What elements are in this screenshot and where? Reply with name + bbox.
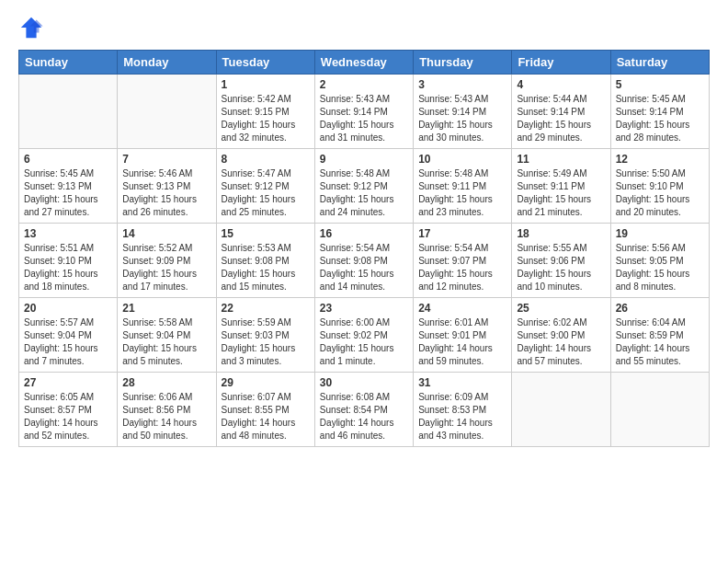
calendar-cell: 16Sunrise: 5:54 AMSunset: 9:08 PMDayligh… bbox=[314, 224, 413, 298]
day-number: 16 bbox=[320, 227, 408, 240]
day-number: 21 bbox=[122, 302, 210, 315]
logo-icon bbox=[18, 15, 44, 40]
header bbox=[18, 15, 710, 40]
day-number: 12 bbox=[616, 153, 704, 166]
day-number: 24 bbox=[418, 302, 506, 315]
day-number: 15 bbox=[222, 227, 310, 240]
day-info: Sunrise: 5:48 AMSunset: 9:12 PMDaylight:… bbox=[320, 167, 408, 219]
day-number: 20 bbox=[24, 302, 112, 315]
day-info: Sunrise: 5:58 AMSunset: 9:04 PMDaylight:… bbox=[122, 316, 210, 368]
weekday-header-sunday: Sunday bbox=[19, 51, 118, 75]
calendar-cell: 7Sunrise: 5:46 AMSunset: 9:13 PMDaylight… bbox=[118, 149, 216, 224]
day-info: Sunrise: 6:09 AMSunset: 8:53 PMDaylight:… bbox=[418, 391, 506, 442]
calendar-cell: 18Sunrise: 5:55 AMSunset: 9:06 PMDayligh… bbox=[512, 224, 610, 298]
day-info: Sunrise: 5:55 AMSunset: 9:06 PMDaylight:… bbox=[517, 242, 605, 293]
day-info: Sunrise: 6:00 AMSunset: 9:02 PMDaylight:… bbox=[320, 316, 408, 368]
calendar-cell: 12Sunrise: 5:50 AMSunset: 9:10 PMDayligh… bbox=[610, 149, 709, 224]
day-number: 31 bbox=[418, 376, 506, 389]
day-info: Sunrise: 6:06 AMSunset: 8:56 PMDaylight:… bbox=[122, 391, 210, 442]
day-info: Sunrise: 5:47 AMSunset: 9:12 PMDaylight:… bbox=[222, 167, 310, 219]
calendar-cell: 19Sunrise: 5:56 AMSunset: 9:05 PMDayligh… bbox=[610, 224, 709, 298]
calendar-cell: 15Sunrise: 5:53 AMSunset: 9:08 PMDayligh… bbox=[216, 224, 314, 298]
calendar-week-1: 1Sunrise: 5:42 AMSunset: 9:15 PMDaylight… bbox=[19, 75, 710, 149]
day-info: Sunrise: 5:50 AMSunset: 9:10 PMDaylight:… bbox=[616, 167, 704, 219]
calendar-week-5: 27Sunrise: 6:05 AMSunset: 8:57 PMDayligh… bbox=[19, 373, 710, 447]
day-number: 19 bbox=[616, 227, 704, 240]
day-number: 5 bbox=[616, 78, 704, 91]
day-number: 30 bbox=[320, 376, 408, 389]
day-info: Sunrise: 5:42 AMSunset: 9:15 PMDaylight:… bbox=[222, 93, 310, 144]
day-number: 26 bbox=[616, 302, 704, 315]
calendar-cell: 23Sunrise: 6:00 AMSunset: 9:02 PMDayligh… bbox=[314, 298, 413, 373]
calendar-cell: 24Sunrise: 6:01 AMSunset: 9:01 PMDayligh… bbox=[414, 298, 512, 373]
day-info: Sunrise: 5:49 AMSunset: 9:11 PMDaylight:… bbox=[517, 167, 605, 219]
calendar-cell: 22Sunrise: 5:59 AMSunset: 9:03 PMDayligh… bbox=[216, 298, 314, 373]
day-number: 25 bbox=[517, 302, 605, 315]
day-info: Sunrise: 5:45 AMSunset: 9:14 PMDaylight:… bbox=[616, 93, 704, 144]
day-info: Sunrise: 5:52 AMSunset: 9:09 PMDaylight:… bbox=[122, 242, 210, 293]
calendar-cell: 26Sunrise: 6:04 AMSunset: 8:59 PMDayligh… bbox=[610, 298, 709, 373]
day-number: 7 bbox=[122, 153, 210, 166]
day-info: Sunrise: 6:05 AMSunset: 8:57 PMDaylight:… bbox=[24, 391, 112, 442]
calendar-cell: 27Sunrise: 6:05 AMSunset: 8:57 PMDayligh… bbox=[19, 373, 118, 447]
calendar-cell: 25Sunrise: 6:02 AMSunset: 9:00 PMDayligh… bbox=[512, 298, 610, 373]
day-number: 14 bbox=[122, 227, 210, 240]
calendar-table: SundayMondayTuesdayWednesdayThursdayFrid… bbox=[18, 50, 710, 447]
day-number: 13 bbox=[24, 227, 112, 240]
day-info: Sunrise: 5:54 AMSunset: 9:08 PMDaylight:… bbox=[320, 242, 408, 293]
calendar-cell: 2Sunrise: 5:43 AMSunset: 9:14 PMDaylight… bbox=[314, 75, 413, 149]
calendar-cell bbox=[118, 75, 216, 149]
day-number: 10 bbox=[418, 153, 506, 166]
day-info: Sunrise: 5:48 AMSunset: 9:11 PMDaylight:… bbox=[418, 167, 506, 219]
day-info: Sunrise: 6:07 AMSunset: 8:55 PMDaylight:… bbox=[222, 391, 310, 442]
calendar-cell: 21Sunrise: 5:58 AMSunset: 9:04 PMDayligh… bbox=[118, 298, 216, 373]
day-info: Sunrise: 6:02 AMSunset: 9:00 PMDaylight:… bbox=[517, 316, 605, 368]
calendar-cell: 14Sunrise: 5:52 AMSunset: 9:09 PMDayligh… bbox=[118, 224, 216, 298]
calendar-cell: 28Sunrise: 6:06 AMSunset: 8:56 PMDayligh… bbox=[118, 373, 216, 447]
calendar-cell: 1Sunrise: 5:42 AMSunset: 9:15 PMDaylight… bbox=[216, 75, 314, 149]
calendar-week-3: 13Sunrise: 5:51 AMSunset: 9:10 PMDayligh… bbox=[19, 224, 710, 298]
calendar-cell bbox=[19, 75, 118, 149]
day-number: 11 bbox=[517, 153, 605, 166]
calendar-cell: 10Sunrise: 5:48 AMSunset: 9:11 PMDayligh… bbox=[414, 149, 512, 224]
calendar-week-2: 6Sunrise: 5:45 AMSunset: 9:13 PMDaylight… bbox=[19, 149, 710, 224]
day-info: Sunrise: 5:45 AMSunset: 9:13 PMDaylight:… bbox=[24, 167, 112, 219]
day-info: Sunrise: 6:01 AMSunset: 9:01 PMDaylight:… bbox=[418, 316, 506, 368]
calendar-cell: 5Sunrise: 5:45 AMSunset: 9:14 PMDaylight… bbox=[610, 75, 709, 149]
day-number: 29 bbox=[222, 376, 310, 389]
day-number: 18 bbox=[517, 227, 605, 240]
day-info: Sunrise: 5:44 AMSunset: 9:14 PMDaylight:… bbox=[517, 93, 605, 144]
calendar-week-4: 20Sunrise: 5:57 AMSunset: 9:04 PMDayligh… bbox=[19, 298, 710, 373]
day-info: Sunrise: 6:08 AMSunset: 8:54 PMDaylight:… bbox=[320, 391, 408, 442]
day-number: 1 bbox=[222, 78, 310, 91]
calendar-cell: 31Sunrise: 6:09 AMSunset: 8:53 PMDayligh… bbox=[414, 373, 512, 447]
weekday-header-friday: Friday bbox=[512, 51, 610, 75]
calendar-cell: 13Sunrise: 5:51 AMSunset: 9:10 PMDayligh… bbox=[19, 224, 118, 298]
day-number: 4 bbox=[517, 78, 605, 91]
day-info: Sunrise: 5:54 AMSunset: 9:07 PMDaylight:… bbox=[418, 242, 506, 293]
day-info: Sunrise: 5:56 AMSunset: 9:05 PMDaylight:… bbox=[616, 242, 704, 293]
day-info: Sunrise: 6:04 AMSunset: 8:59 PMDaylight:… bbox=[616, 316, 704, 368]
day-number: 27 bbox=[24, 376, 112, 389]
calendar-cell: 4Sunrise: 5:44 AMSunset: 9:14 PMDaylight… bbox=[512, 75, 610, 149]
weekday-header-wednesday: Wednesday bbox=[314, 51, 413, 75]
calendar-cell: 20Sunrise: 5:57 AMSunset: 9:04 PMDayligh… bbox=[19, 298, 118, 373]
day-info: Sunrise: 5:57 AMSunset: 9:04 PMDaylight:… bbox=[24, 316, 112, 368]
page: SundayMondayTuesdayWednesdayThursdayFrid… bbox=[0, 0, 728, 563]
calendar-cell: 6Sunrise: 5:45 AMSunset: 9:13 PMDaylight… bbox=[19, 149, 118, 224]
day-number: 28 bbox=[122, 376, 210, 389]
calendar-cell: 8Sunrise: 5:47 AMSunset: 9:12 PMDaylight… bbox=[216, 149, 314, 224]
weekday-header-thursday: Thursday bbox=[414, 51, 512, 75]
logo bbox=[18, 15, 48, 40]
calendar-cell: 3Sunrise: 5:43 AMSunset: 9:14 PMDaylight… bbox=[414, 75, 512, 149]
day-info: Sunrise: 5:51 AMSunset: 9:10 PMDaylight:… bbox=[24, 242, 112, 293]
calendar-cell: 29Sunrise: 6:07 AMSunset: 8:55 PMDayligh… bbox=[216, 373, 314, 447]
day-info: Sunrise: 5:59 AMSunset: 9:03 PMDaylight:… bbox=[222, 316, 310, 368]
day-info: Sunrise: 5:46 AMSunset: 9:13 PMDaylight:… bbox=[122, 167, 210, 219]
day-number: 2 bbox=[320, 78, 408, 91]
weekday-header-monday: Monday bbox=[118, 51, 216, 75]
day-number: 22 bbox=[222, 302, 310, 315]
day-info: Sunrise: 5:43 AMSunset: 9:14 PMDaylight:… bbox=[320, 93, 408, 144]
weekday-header-tuesday: Tuesday bbox=[216, 51, 314, 75]
calendar-cell: 9Sunrise: 5:48 AMSunset: 9:12 PMDaylight… bbox=[314, 149, 413, 224]
